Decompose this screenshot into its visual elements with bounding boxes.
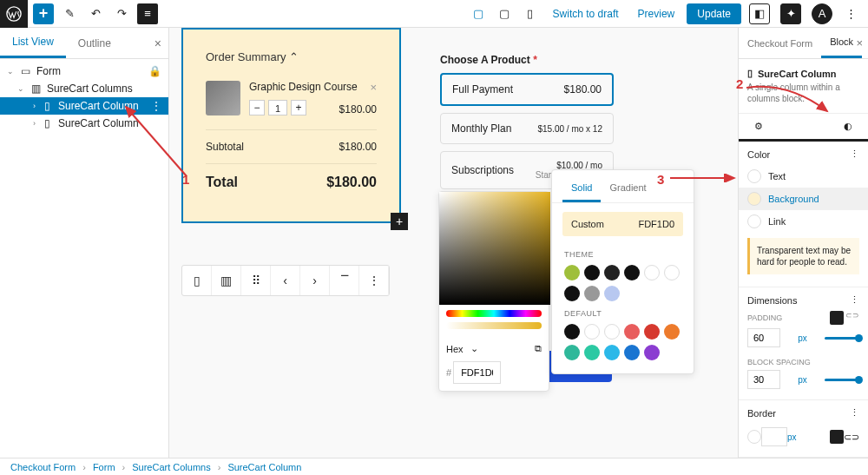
swatch[interactable] <box>604 324 620 340</box>
unit-selector[interactable]: px <box>787 432 797 442</box>
switch-to-draft-link[interactable]: Switch to draft <box>546 8 626 20</box>
custom-color-row[interactable]: CustomFDF1D0 <box>562 212 683 236</box>
product-option-monthly[interactable]: Monthly Plan$15.00 / mo x 12 <box>440 113 614 144</box>
move-right-icon[interactable]: › <box>300 266 330 295</box>
copy-icon[interactable]: ⧉ <box>535 343 542 354</box>
swatch[interactable] <box>624 265 640 280</box>
swatch[interactable] <box>564 324 580 340</box>
tab-solid[interactable]: Solid <box>562 177 601 202</box>
tree-item-column-selected[interactable]: ›▯SureCart Column⋮ <box>0 97 168 115</box>
swatch[interactable] <box>604 265 620 280</box>
tab-outline[interactable]: Outline <box>66 28 123 58</box>
tab-list-view[interactable]: List View <box>0 28 66 58</box>
swatch[interactable] <box>604 345 620 360</box>
swatch[interactable] <box>564 286 580 301</box>
padding-slider[interactable] <box>825 337 859 340</box>
hex-label: Hex <box>446 344 464 354</box>
update-button[interactable]: Update <box>687 3 741 24</box>
swatch[interactable] <box>564 265 580 280</box>
close-icon[interactable]: × <box>155 36 161 50</box>
settings-tab-icon[interactable]: ⚙ <box>754 121 763 132</box>
swatch[interactable] <box>624 324 640 340</box>
color-link-option[interactable]: Link <box>747 210 859 233</box>
alpha-slider[interactable] <box>446 322 542 329</box>
list-view-sidebar: List View Outline × ⌄▭Form🔒 ⌄▥SureCart C… <box>0 28 169 458</box>
product-option-full[interactable]: Full Payment$180.00 <box>440 73 614 106</box>
drag-handle-icon[interactable]: ⠿ <box>241 266 271 295</box>
swatch[interactable] <box>584 265 600 280</box>
color-text-option[interactable]: Text <box>747 165 859 188</box>
swatch[interactable] <box>644 345 660 360</box>
spacing-input[interactable] <box>747 370 780 389</box>
breadcrumb-item[interactable]: SureCart Column <box>227 462 301 472</box>
swatch[interactable] <box>664 324 680 340</box>
qty-plus-button[interactable]: + <box>291 100 306 115</box>
move-left-icon[interactable]: ‹ <box>271 266 300 295</box>
link-sides-icon[interactable]: ⊂⊃ <box>844 432 859 443</box>
swatch[interactable] <box>584 345 600 360</box>
more-options-icon[interactable]: ⋮ <box>359 266 389 295</box>
border-color[interactable] <box>747 430 761 444</box>
product-image <box>206 81 240 115</box>
remove-item-icon[interactable]: × <box>370 81 377 94</box>
astra-icon[interactable]: A <box>812 3 832 24</box>
swatch[interactable] <box>604 286 620 301</box>
more-icon[interactable]: ⋮ <box>850 407 859 419</box>
swatch[interactable] <box>584 324 600 340</box>
tab-checkout-form[interactable]: Checkout Form <box>739 28 821 58</box>
link-sides-icon[interactable]: ⊂⊃ <box>845 311 859 325</box>
swatch[interactable] <box>564 345 580 360</box>
border-section-title: Border⋮ <box>747 407 859 419</box>
swatch[interactable] <box>664 265 680 280</box>
breadcrumb-item[interactable]: Checkout Form <box>10 462 76 472</box>
unit-selector[interactable]: px <box>798 375 807 385</box>
wp-logo-icon[interactable] <box>0 0 28 28</box>
settings-panel-icon[interactable]: ◧ <box>749 3 770 24</box>
order-summary-block[interactable]: Order Summary ⌃ Graphic Design Course − … <box>181 28 401 223</box>
custom-icon[interactable] <box>830 430 844 444</box>
tree-item-column[interactable]: ›▯SureCart Column <box>0 115 168 132</box>
swatch[interactable] <box>644 324 660 340</box>
columns-icon[interactable]: ▥ <box>212 266 241 295</box>
top-toolbar: + ✎ ↶ ↷ ≡ ▢ ▢ ▯ Switch to draft Preview … <box>0 0 868 28</box>
more-icon[interactable]: ⋮ <box>850 148 859 160</box>
swatch[interactable] <box>624 345 640 360</box>
spacing-slider[interactable] <box>825 379 859 381</box>
add-block-button[interactable]: + <box>33 3 54 24</box>
chevron-down-icon[interactable]: ⌄ <box>470 343 478 354</box>
close-icon[interactable]: × <box>856 36 863 49</box>
qty-value[interactable]: 1 <box>268 100 287 115</box>
add-block-icon[interactable]: + <box>391 213 408 230</box>
desktop-view-icon[interactable]: ▢ <box>468 3 489 24</box>
swatch[interactable] <box>584 286 600 301</box>
preview-link[interactable]: Preview <box>631 8 682 20</box>
options-icon[interactable]: ⋮ <box>151 100 161 112</box>
redo-icon[interactable]: ↷ <box>111 3 132 24</box>
surecart-icon[interactable]: ✦ <box>780 3 801 24</box>
edit-icon[interactable]: ✎ <box>59 3 80 24</box>
column-icon[interactable]: ▯ <box>182 266 212 295</box>
padding-input[interactable] <box>747 328 780 347</box>
breadcrumb-item[interactable]: SureCart Columns <box>132 462 210 472</box>
styles-tab-icon[interactable]: ◐ <box>844 121 852 132</box>
tree-item-form[interactable]: ⌄▭Form🔒 <box>0 63 168 80</box>
unit-selector[interactable]: px <box>798 333 807 343</box>
breadcrumb-item[interactable]: Form <box>93 462 115 472</box>
more-icon[interactable]: ⋮ <box>850 294 859 306</box>
hue-slider[interactable] <box>446 310 542 317</box>
qty-minus-button[interactable]: − <box>249 100 265 115</box>
tree-item-columns[interactable]: ⌄▥SureCart Columns <box>0 80 168 97</box>
align-icon[interactable]: ⎺ <box>330 266 359 295</box>
swatch[interactable] <box>644 265 660 280</box>
tablet-view-icon[interactable]: ▢ <box>494 3 515 24</box>
border-input[interactable] <box>761 427 787 446</box>
mobile-view-icon[interactable]: ▯ <box>520 3 541 24</box>
color-saturation-canvas[interactable] <box>439 192 550 305</box>
hex-input[interactable] <box>453 361 501 384</box>
more-options-icon[interactable]: ⋮ <box>840 3 861 24</box>
list-view-toggle-icon[interactable]: ≡ <box>137 3 158 24</box>
color-background-option[interactable]: Background <box>739 188 868 210</box>
tab-gradient[interactable]: Gradient <box>601 177 654 202</box>
custom-icon[interactable] <box>830 311 844 325</box>
undo-icon[interactable]: ↶ <box>85 3 106 24</box>
